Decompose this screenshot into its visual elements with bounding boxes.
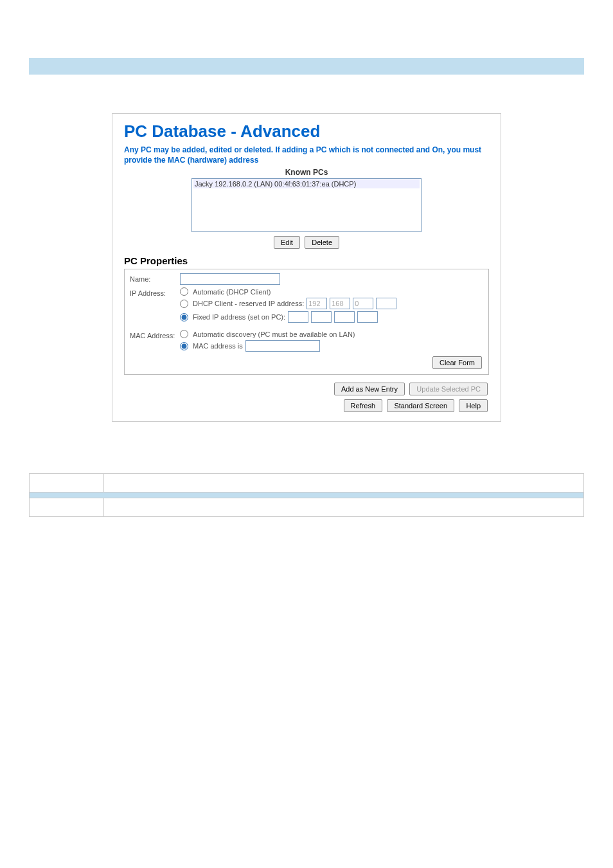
known-pcs-heading: Known PCs bbox=[124, 168, 489, 177]
mac-auto-label: Automatic discovery (PC must be availabl… bbox=[193, 330, 355, 338]
mac-manual-label: MAC address is bbox=[193, 342, 243, 350]
refresh-button[interactable]: Refresh bbox=[344, 399, 383, 412]
clear-form-button[interactable]: Clear Form bbox=[432, 356, 482, 369]
pc-properties-box: Name: IP Address: Automatic (DHCP Client… bbox=[124, 269, 489, 375]
standard-screen-button[interactable]: Standard Screen bbox=[387, 399, 454, 412]
ip-auto-label: Automatic (DHCP Client) bbox=[193, 288, 271, 296]
page-title: PC Database - Advanced bbox=[124, 122, 489, 141]
add-new-entry-button[interactable]: Add as New Entry bbox=[334, 383, 405, 395]
ip-fixed-radio[interactable] bbox=[180, 313, 188, 321]
help-button[interactable]: Help bbox=[459, 399, 488, 412]
fixed-octet-4[interactable] bbox=[357, 311, 378, 323]
reserved-octet-1 bbox=[306, 298, 327, 309]
top-banner bbox=[29, 58, 584, 75]
reserved-octet-2 bbox=[330, 298, 350, 309]
reserved-octet-4[interactable] bbox=[376, 298, 396, 309]
mac-address-input[interactable] bbox=[245, 340, 320, 352]
delete-button[interactable]: Delete bbox=[305, 236, 339, 249]
table-header bbox=[30, 493, 584, 498]
ip-address-label: IP Address: bbox=[130, 287, 180, 297]
page-description: Any PC may be added, edited or deleted. … bbox=[124, 145, 489, 165]
mac-manual-radio[interactable] bbox=[180, 342, 188, 350]
name-input[interactable] bbox=[180, 273, 280, 285]
ip-auto-radio[interactable] bbox=[180, 287, 188, 296]
fixed-octet-1[interactable] bbox=[288, 311, 308, 323]
update-selected-pc-button[interactable]: Update Selected PC bbox=[409, 383, 488, 395]
name-label: Name: bbox=[130, 273, 180, 283]
edit-button[interactable]: Edit bbox=[274, 236, 300, 249]
ip-fixed-label: Fixed IP address (set on PC): bbox=[193, 313, 285, 321]
description-table bbox=[29, 473, 584, 517]
mac-auto-radio[interactable] bbox=[180, 330, 188, 338]
ip-reserved-radio[interactable] bbox=[180, 300, 188, 308]
fixed-octet-2[interactable] bbox=[311, 311, 332, 323]
pc-properties-heading: PC Properties bbox=[124, 255, 489, 266]
ip-reserved-label: DHCP Client - reserved IP address: bbox=[193, 300, 304, 307]
mac-address-label: MAC Address: bbox=[130, 330, 180, 339]
known-pcs-listbox[interactable]: Jacky 192.168.0.2 (LAN) 00:4f:63:01:37:e… bbox=[191, 178, 422, 232]
table-cell bbox=[30, 474, 104, 493]
fixed-octet-3[interactable] bbox=[334, 311, 355, 323]
table-cell bbox=[104, 474, 584, 493]
router-admin-panel: PC Database - Advanced Any PC may be add… bbox=[112, 113, 501, 422]
reserved-octet-3 bbox=[353, 298, 373, 309]
table-cell bbox=[104, 498, 584, 517]
table-cell bbox=[30, 498, 104, 517]
list-item[interactable]: Jacky 192.168.0.2 (LAN) 00:4f:63:01:37:e… bbox=[193, 179, 420, 188]
top-banner-text bbox=[29, 58, 584, 64]
